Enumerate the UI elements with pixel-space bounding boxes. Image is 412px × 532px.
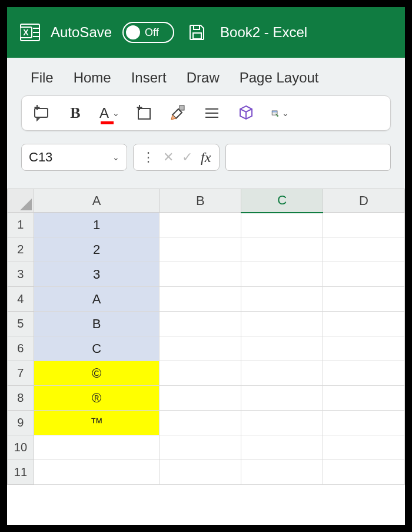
cell-C2[interactable]: [241, 237, 323, 262]
svg-rect-14: [180, 105, 184, 110]
toggle-knob-icon: [126, 25, 140, 39]
autosave-label: AutoSave: [51, 24, 112, 41]
row-header-3[interactable]: 3: [8, 262, 34, 287]
align-icon[interactable]: [203, 104, 221, 122]
cell-A4[interactable]: A: [34, 287, 160, 312]
cell-B7[interactable]: [160, 361, 241, 386]
autosave-toggle[interactable]: Off: [122, 22, 174, 43]
column-header-A[interactable]: A: [34, 189, 160, 213]
format-painter-icon[interactable]: [169, 104, 187, 122]
cell-D6[interactable]: [323, 336, 405, 361]
save-icon[interactable]: [188, 24, 206, 41]
3d-model-icon[interactable]: [237, 104, 255, 122]
row-header-4[interactable]: 4: [8, 287, 34, 312]
cell-A8[interactable]: ®: [34, 386, 160, 411]
row-header-7[interactable]: 7: [8, 361, 34, 386]
column-header-B[interactable]: B: [160, 189, 241, 213]
cell-B4[interactable]: [160, 287, 241, 312]
ribbon: File Home Insert Draw Page Layout B A ⌄: [7, 58, 405, 189]
cell-B5[interactable]: [160, 312, 241, 336]
cell-C3[interactable]: [241, 262, 323, 287]
row-header-9[interactable]: 9: [8, 411, 34, 435]
font-color-letter: A: [99, 105, 109, 121]
select-all-corner[interactable]: [8, 189, 34, 213]
cell-D7[interactable]: [323, 361, 405, 386]
cell-D10[interactable]: [323, 435, 405, 460]
cell-B1[interactable]: [160, 213, 241, 237]
column-header-C[interactable]: C: [241, 189, 323, 213]
spreadsheet-grid[interactable]: ABCD1122334A5B6C7©8®9™1011: [7, 189, 405, 525]
cell-B3[interactable]: [160, 262, 241, 287]
cell-C7[interactable]: [241, 361, 323, 386]
autosave-state: Off: [145, 27, 159, 39]
cell-D5[interactable]: [323, 312, 405, 336]
bold-button[interactable]: B: [67, 104, 84, 122]
cell-A10[interactable]: [34, 435, 160, 460]
row-header-11[interactable]: 11: [8, 460, 34, 485]
name-box[interactable]: C13 ⌄: [21, 144, 127, 171]
cell-A7[interactable]: ©: [34, 361, 160, 386]
row-header-1[interactable]: 1: [8, 213, 34, 237]
ribbon-tabs: File Home Insert Draw Page Layout: [7, 58, 405, 91]
cell-B9[interactable]: [160, 411, 241, 435]
cell-B11[interactable]: [160, 460, 241, 485]
more-icon[interactable]: ⋮: [142, 150, 155, 165]
row-header-5[interactable]: 5: [8, 312, 34, 336]
enter-icon[interactable]: ✓: [182, 150, 192, 165]
excel-window: X AutoSave Off Book2 - Excel File Home I…: [6, 6, 406, 526]
cell-D8[interactable]: [323, 386, 405, 411]
cell-B10[interactable]: [160, 435, 241, 460]
svg-rect-7: [193, 33, 201, 39]
chevron-down-icon[interactable]: ⌄: [282, 108, 289, 118]
cell-D2[interactable]: [323, 237, 405, 262]
cell-D4[interactable]: [323, 287, 405, 312]
cell-D9[interactable]: [323, 411, 405, 435]
cell-C11[interactable]: [241, 460, 323, 485]
cell-D1[interactable]: [323, 213, 405, 237]
new-comment-icon[interactable]: [32, 104, 50, 122]
tab-page-layout[interactable]: Page Layout: [240, 70, 319, 86]
document-title: Book2 - Excel: [220, 24, 307, 41]
fx-icon[interactable]: fx: [201, 150, 211, 166]
cell-C4[interactable]: [241, 287, 323, 312]
formula-input[interactable]: [225, 144, 391, 171]
table-format-icon[interactable]: ⌄: [271, 104, 289, 122]
cell-C1[interactable]: [241, 213, 323, 237]
cell-C9[interactable]: [241, 411, 323, 435]
cell-B8[interactable]: [160, 386, 241, 411]
cell-A11[interactable]: [34, 460, 160, 485]
cell-B6[interactable]: [160, 336, 241, 361]
chevron-down-icon[interactable]: ⌄: [112, 108, 119, 118]
row-header-2[interactable]: 2: [8, 237, 34, 262]
tab-insert[interactable]: Insert: [131, 70, 167, 86]
cell-A5[interactable]: B: [34, 312, 160, 336]
row-header-6[interactable]: 6: [8, 336, 34, 361]
quick-toolbar: B A ⌄ ⌄: [21, 95, 391, 131]
excel-logo-icon: X: [20, 22, 40, 42]
tab-draw[interactable]: Draw: [187, 70, 220, 86]
cell-D3[interactable]: [323, 262, 405, 287]
row-header-10[interactable]: 10: [8, 435, 34, 460]
formula-controls: ⋮ ✕ ✓ fx: [133, 144, 220, 171]
cell-A2[interactable]: 2: [34, 237, 160, 262]
cell-A1[interactable]: 1: [34, 213, 160, 237]
row-header-8[interactable]: 8: [8, 386, 34, 411]
tab-file[interactable]: File: [31, 70, 54, 86]
cell-C8[interactable]: [241, 386, 323, 411]
name-box-value: C13: [29, 150, 52, 165]
cell-A3[interactable]: 3: [34, 262, 160, 287]
tab-home[interactable]: Home: [74, 70, 111, 86]
new-sheet-icon[interactable]: [135, 104, 152, 122]
cell-A6[interactable]: C: [34, 336, 160, 361]
chevron-down-icon[interactable]: ⌄: [112, 153, 119, 162]
cancel-icon[interactable]: ✕: [163, 150, 174, 165]
column-header-D[interactable]: D: [323, 189, 405, 213]
cell-C10[interactable]: [241, 435, 323, 460]
cell-B2[interactable]: [160, 237, 241, 262]
svg-text:X: X: [23, 28, 29, 37]
cell-C5[interactable]: [241, 312, 323, 336]
cell-D11[interactable]: [323, 460, 405, 485]
font-color-button[interactable]: A ⌄: [101, 104, 118, 122]
cell-A9[interactable]: ™: [34, 411, 160, 435]
cell-C6[interactable]: [241, 336, 323, 361]
